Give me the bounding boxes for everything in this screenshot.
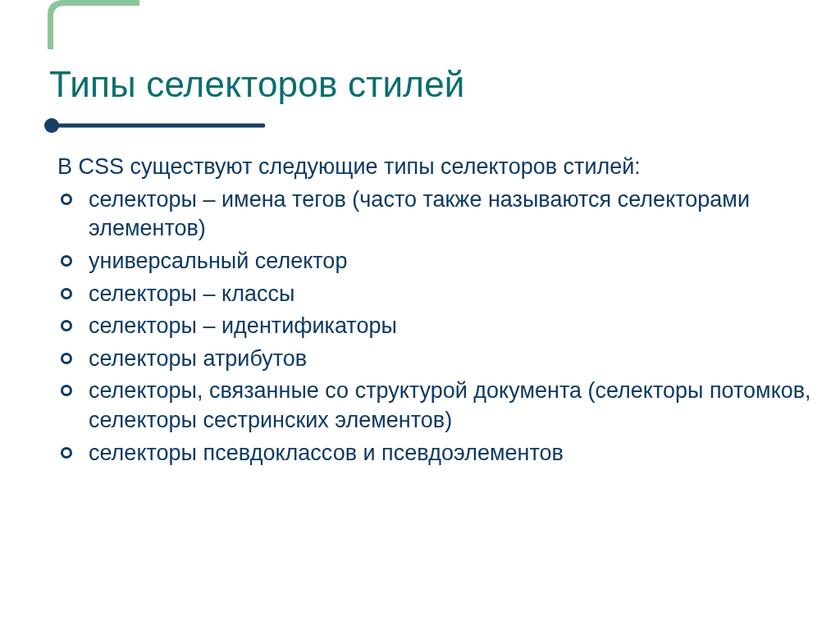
list-item: селекторы – имена тегов (часто также наз…: [57, 185, 825, 244]
svg-point-2: [44, 118, 59, 133]
list-item: универсальный селектор: [57, 247, 825, 276]
bullet-icon: [61, 255, 72, 267]
list-item-text: селекторы псевдоклассов и псевдоэлементо…: [89, 441, 564, 465]
svg-rect-0: [0, 0, 139, 49]
slide-body: В CSS существуют следующие типы селектор…: [57, 153, 825, 471]
list-item-text: селекторы – имена тегов (часто также наз…: [89, 187, 750, 241]
list-item-text: селекторы – классы: [89, 281, 294, 306]
list-item-text: селекторы, связанные со структурой докум…: [89, 378, 811, 432]
bullet-icon: [61, 353, 72, 364]
bullet-icon: [61, 288, 72, 299]
title-underline-rule: [43, 117, 265, 134]
bullet-icon: [61, 447, 72, 459]
slide: Типы селекторов стилей В CSS существуют …: [0, 0, 840, 630]
bullet-icon: [61, 194, 72, 205]
list-item: селекторы – идентификаторы: [57, 312, 825, 341]
list-item-text: селекторы атрибутов: [89, 346, 307, 371]
intro-text: В CSS существуют следующие типы селектор…: [57, 153, 825, 182]
list-item: селекторы атрибутов: [57, 345, 825, 374]
list-item-text: селекторы – идентификаторы: [89, 313, 397, 338]
list-item: селекторы псевдоклассов и псевдоэлементо…: [57, 439, 825, 468]
slide-title: Типы селекторов стилей: [49, 64, 465, 105]
list-item-text: универсальный селектор: [89, 249, 347, 273]
corner-decoration: [0, 0, 139, 49]
bullet-icon: [61, 385, 72, 396]
bullet-list: селекторы – имена тегов (часто также наз…: [57, 185, 825, 468]
bullet-icon: [61, 320, 72, 331]
list-item: селекторы – классы: [57, 280, 825, 309]
list-item: селекторы, связанные со структурой докум…: [57, 377, 825, 435]
